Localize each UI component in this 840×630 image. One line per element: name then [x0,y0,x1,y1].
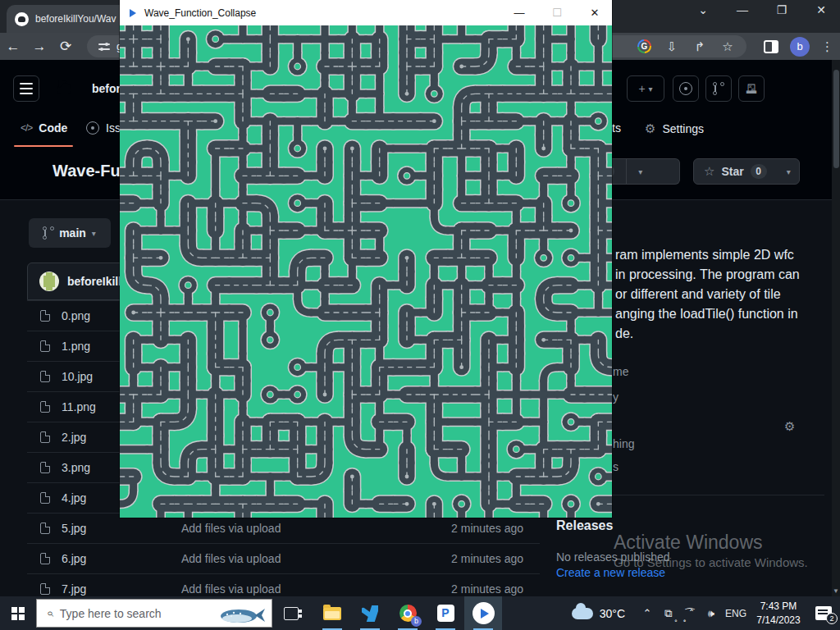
tab-settings[interactable]: ⚙ Settings [645,121,704,136]
about-text-line: de. [615,326,633,341]
clock-time: 7:43 PM [750,600,807,613]
star-button[interactable]: ☆ Star 0 ▾ [693,158,800,185]
start-button[interactable] [0,596,36,630]
code-brackets-icon: </> [21,122,32,134]
system-tray: 30°C ⌃ ⧉ 〪〭⁀̂ 🕪 ENG 7:43 PM 7/14/2023 2 [572,596,840,630]
search-highlight-whale-image[interactable] [217,604,268,625]
wfc-maximize-button[interactable]: ☐ [543,7,571,19]
scrollbar-thumb[interactable] [833,70,839,168]
activate-windows-subtext: Go to Settings to activate Windows. [614,555,808,569]
repo-title[interactable]: Wave-Fu [52,162,121,180]
table-row[interactable]: 6.jpgAdd files via upload2 minutes ago [27,543,540,573]
commit-author[interactable]: beforeIkill [67,275,121,288]
tablet-mode-icon[interactable]: ⧉ [658,607,679,620]
window-maximize-button[interactable]: ❐ [769,3,794,16]
omnibox-action-icons: ⇩ ↱ ☆ [637,39,735,54]
window-close-button[interactable]: ✕ [809,3,833,16]
weather-cloud-icon[interactable] [572,608,593,619]
active-tab-underline [14,145,73,147]
sidebar-forks-fragment[interactable]: s [613,460,619,473]
chrome-button[interactable]: b [389,596,427,630]
pull-request-icon [714,83,724,94]
language-indicator[interactable]: ENG [722,608,750,619]
sidebar-readme-fragment[interactable]: me [613,365,628,378]
commit-message-link[interactable]: Add files via upload [158,582,417,596]
wifi-icon[interactable]: 〪〭⁀̂ [679,605,701,621]
search-placeholder: Type here to search [60,607,162,620]
scrollbar-down-arrow[interactable]: ▼ [832,587,840,595]
breadcrumb[interactable]: befor [92,82,121,95]
file-name-link[interactable]: 5.jpg [62,522,86,535]
tab-search-chevron-icon[interactable]: ⌄ [691,3,715,16]
plus-icon: + [638,82,645,95]
file-name-link[interactable]: 11.png [62,400,96,413]
file-icon [40,310,50,322]
reload-button[interactable]: ⟳ [52,38,79,55]
volume-icon[interactable]: 🕪 [701,607,722,620]
profile-avatar[interactable]: b [790,37,810,57]
inbox-icon: 🗳 [746,82,757,95]
fork-caret-icon[interactable]: ▾ [638,167,642,176]
star-count-badge: 0 [751,164,767,179]
clock[interactable]: 7:43 PM 7/14/2023 [750,600,807,626]
task-view-button[interactable] [272,596,310,630]
wfc-window-titlebar[interactable]: Wave_Function_Collapse — ☐ ✕ [120,0,612,25]
about-settings-gear-icon[interactable]: ⚙ [784,419,795,434]
bookmark-star-icon[interactable]: ☆ [720,39,735,54]
hamburger-menu-button[interactable] [13,75,39,102]
notification-center-button[interactable]: 2 [815,606,832,620]
install-icon[interactable]: ⇩ [664,39,679,54]
forward-button[interactable]: → [26,39,52,55]
wfc-close-button[interactable]: ✕ [581,7,609,19]
file-icon [40,523,50,534]
create-new-button[interactable]: + ▾ [627,75,664,102]
running-sketch-button[interactable] [464,596,502,630]
inbox-header-button[interactable]: 🗳 [738,75,765,102]
sidebar-activity-fragment[interactable]: y [613,390,619,404]
commit-time: 2 minutes ago [417,582,540,596]
tab-issues[interactable]: Iss [86,121,121,135]
vscode-button[interactable] [351,596,389,630]
commit-message-link[interactable]: Add files via upload [158,552,417,565]
sidebar-watching-fragment[interactable]: hing [613,437,634,450]
tray-chevron-icon[interactable]: ⌃ [637,607,658,619]
commit-message-link[interactable]: Add files via upload [158,522,417,535]
file-explorer-button[interactable] [313,596,351,630]
pull-requests-header-button[interactable] [705,75,732,102]
browser-menu-icon[interactable]: ⋮ [821,39,833,54]
file-name-link[interactable]: 4.jpg [62,491,86,504]
file-name-link[interactable]: 10.jpg [62,370,93,383]
file-name-link[interactable]: 2.jpg [62,431,86,444]
issues-header-button[interactable] [673,75,699,102]
site-settings-icon[interactable] [98,42,110,52]
share-icon[interactable]: ↱ [692,39,707,54]
issues-icon [86,121,99,135]
back-button[interactable]: ← [0,39,26,55]
commit-author-avatar[interactable] [39,272,59,291]
taskbar-search-box[interactable]: ⌕ Type here to search [36,599,272,628]
gear-icon: ⚙ [645,121,655,136]
wfc-minimize-button[interactable]: — [505,7,533,19]
file-icon [40,553,50,564]
side-panel-icon[interactable] [764,40,778,53]
processing-ide-button[interactable]: P [427,596,464,630]
window-minimize-button[interactable]: — [730,3,755,16]
tab-code[interactable]: </> Code [21,121,67,135]
google-logo-icon[interactable] [637,39,651,53]
file-name-link[interactable]: 3.png [62,461,90,474]
page-scrollbar[interactable]: ▼ [832,60,840,596]
about-text-line: or different and variety of tile [615,287,781,302]
commit-time: 2 minutes ago [417,552,540,565]
task-view-icon [284,607,299,620]
file-icon [40,492,50,504]
temperature[interactable]: 30°C [600,607,625,620]
caret-down-icon: ▾ [649,84,653,94]
star-caret-icon[interactable]: ▾ [787,167,791,176]
file-name-link[interactable]: 1.png [62,340,90,353]
file-name-link[interactable]: 0.png [62,309,90,322]
taskbar: ⌕ Type here to search b P [0,596,840,630]
branch-selector[interactable]: main ▾ [29,218,111,248]
tab-insights-fragment[interactable]: ts [612,121,621,135]
file-name-link[interactable]: 6.jpg [62,552,86,565]
file-name-link[interactable]: 7.jpg [62,582,86,596]
